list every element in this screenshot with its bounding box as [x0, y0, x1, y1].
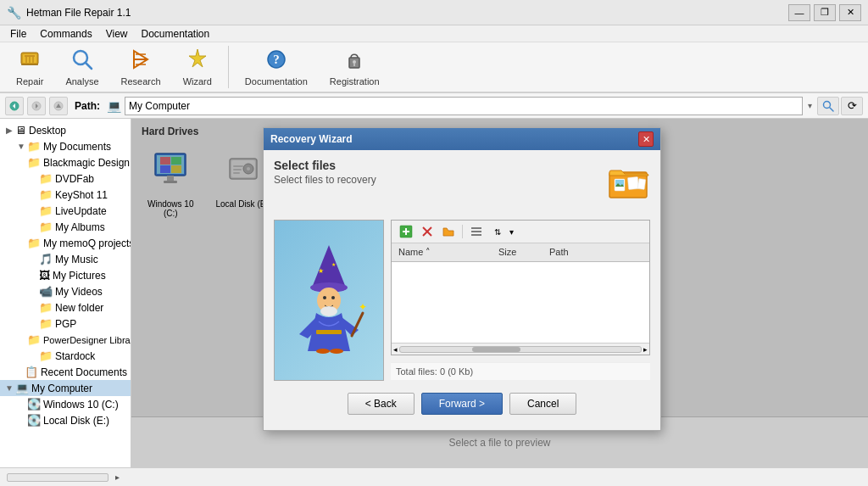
path-dropdown-button[interactable]: ▾	[806, 99, 814, 112]
sidebar-item-mypictures[interactable]: 🖼 My Pictures	[0, 267, 131, 283]
minimize-button[interactable]: —	[788, 4, 810, 21]
menu-documentation[interactable]: Documentation	[135, 26, 217, 42]
recentdocs-label: Recent Documents	[41, 366, 127, 378]
path-input[interactable]	[125, 97, 803, 115]
svg-point-47	[320, 306, 337, 316]
sidebar-item-recentdocs[interactable]: 📋 Recent Documents	[0, 364, 131, 380]
path-icon: 💻	[107, 99, 121, 113]
sidebar-item-windows10c[interactable]: 💽 Windows 10 (C:)	[0, 396, 131, 412]
sidebar-item-keyshot[interactable]: 📁 KeyShot 11	[0, 187, 131, 203]
pgp-label: PGP	[55, 318, 76, 330]
col-name: Name ˄	[395, 245, 495, 260]
svg-rect-39	[637, 179, 646, 190]
wizard-image: ★ ★	[274, 220, 384, 381]
sidebar-item-mymusic[interactable]: 🎵 My Music	[0, 251, 131, 267]
scroll-left-btn[interactable]: ◂	[393, 345, 398, 354]
sidebar-item-dvdfab[interactable]: 📁 DVDFab	[0, 170, 131, 187]
menu-view[interactable]: View	[99, 26, 135, 42]
pgp-icon: 📁	[39, 317, 53, 330]
sort-button[interactable]: ⇅	[488, 223, 507, 240]
dvdfab-label: DVDFab	[55, 173, 94, 185]
open-folder-button[interactable]	[439, 223, 458, 240]
status-scroll-right[interactable]: ▸	[115, 472, 120, 482]
remove-file-button[interactable]	[418, 223, 437, 240]
wizard-button[interactable]: Wizard	[174, 43, 221, 91]
forward-nav-button[interactable]	[27, 97, 46, 115]
mydocuments-label: My Documents	[43, 141, 111, 153]
back-button[interactable]	[5, 97, 24, 115]
documentation-button[interactable]: ? Documentation	[236, 43, 317, 91]
dvdfab-icon: 📁	[39, 172, 53, 185]
repair-icon	[18, 47, 42, 75]
file-list-scrollbar[interactable]: ◂ ▸	[392, 343, 649, 355]
svg-text:✦: ✦	[359, 301, 367, 313]
menu-file[interactable]: File	[3, 26, 33, 42]
toolbar: Repair Analyse Research Wizard	[0, 42, 868, 93]
sidebar-item-myvideos[interactable]: 📹 My Videos	[0, 283, 131, 299]
menu-commands[interactable]: Commands	[33, 26, 98, 42]
mypictures-icon: 🖼	[39, 269, 50, 282]
analyse-label: Analyse	[65, 76, 98, 87]
research-button[interactable]: Research	[112, 43, 170, 91]
file-list-toolbar: ⇅ ▾	[392, 221, 649, 243]
repair-label: Repair	[16, 76, 43, 87]
restore-button[interactable]: ❐	[814, 4, 836, 21]
close-button[interactable]: ✕	[839, 4, 861, 21]
svg-marker-40	[312, 245, 346, 288]
registration-label: Registration	[330, 76, 380, 87]
sidebar-item-mycomputer[interactable]: ▼ 💻 My Computer	[0, 380, 131, 396]
wizard-icon	[186, 47, 209, 75]
powerdesigner-label: PowerDesigner Librarie	[43, 335, 131, 345]
sidebar-item-mydocuments[interactable]: ▼ 📁 My Documents	[0, 138, 131, 154]
localE-icon: 💽	[27, 414, 41, 427]
sidebar-item-powerdesigner[interactable]: 📁 PowerDesigner Librarie	[0, 332, 131, 348]
list-view-button[interactable]	[467, 223, 486, 240]
scrollbar-track[interactable]	[399, 346, 642, 353]
file-list-area: ⇅ ▾ Name ˄ Size Path	[391, 220, 650, 381]
powerdesigner-icon: 📁	[27, 333, 41, 346]
scroll-right-btn[interactable]: ▸	[643, 345, 648, 354]
sidebar-item-newfolder[interactable]: 📁 New folder	[0, 299, 131, 316]
sidebar-item-memoq[interactable]: 📁 My memoQ projects	[0, 235, 131, 251]
back-button[interactable]: < Back	[348, 393, 415, 415]
registration-icon	[342, 47, 366, 75]
memoq-label: My memoQ projects	[43, 237, 131, 249]
dialog-header: Select files Select files to recovery	[274, 159, 650, 211]
sort-dropdown[interactable]: ▾	[509, 227, 514, 237]
scrollbar-thumb	[472, 347, 520, 352]
dialog-titlebar: Recovery Wizard ✕	[264, 128, 660, 150]
sidebar-item-liveupdate[interactable]: 📁 LiveUpdate	[0, 203, 131, 219]
sidebar-item-stardock[interactable]: 📁 Stardock	[0, 348, 131, 364]
mymusic-icon: 🎵	[39, 253, 53, 265]
up-button[interactable]	[49, 97, 68, 115]
main-content: ▶ 🖥 Desktop ▼ 📁 My Documents 📁 Blackmagi…	[0, 119, 868, 467]
sidebar-item-blackmagic[interactable]: 📁 Blackmagic Design	[0, 154, 131, 170]
wizard-label: Wizard	[183, 76, 212, 87]
svg-point-51	[316, 349, 330, 354]
dialog-select-files-title: Select files	[274, 159, 376, 172]
search-icon-button[interactable]	[817, 97, 839, 115]
dialog-close-button[interactable]: ✕	[638, 131, 654, 147]
mydocuments-icon: 📁	[27, 140, 41, 153]
registration-button[interactable]: Registration	[320, 43, 389, 91]
file-list-content	[392, 262, 649, 343]
sidebar-item-myalbums[interactable]: 📁 My Albums	[0, 219, 131, 235]
add-file-button[interactable]	[397, 223, 415, 240]
repair-button[interactable]: Repair	[7, 43, 53, 91]
toggle-mydocuments: ▼	[15, 142, 27, 151]
documentation-label: Documentation	[245, 76, 308, 87]
mymusic-label: My Music	[55, 254, 98, 265]
liveupdate-label: LiveUpdate	[55, 205, 107, 217]
refresh-button[interactable]: ⟳	[841, 97, 863, 115]
status-scrollbar[interactable]	[7, 473, 108, 482]
analyse-button[interactable]: Analyse	[56, 43, 108, 91]
sidebar-item-localE[interactable]: 💽 Local Disk (E:)	[0, 412, 131, 428]
toolbar-sep-1	[462, 225, 463, 238]
cancel-button[interactable]: Cancel	[509, 393, 576, 415]
forward-button[interactable]: Forward >	[421, 393, 503, 415]
sidebar-item-pgp[interactable]: 📁 PGP	[0, 316, 131, 332]
toggle-desktop: ▶	[3, 126, 15, 135]
svg-text:?: ?	[273, 53, 280, 66]
recentdocs-icon: 📋	[25, 366, 38, 378]
sidebar-item-desktop[interactable]: ▶ 🖥 Desktop	[0, 122, 131, 138]
